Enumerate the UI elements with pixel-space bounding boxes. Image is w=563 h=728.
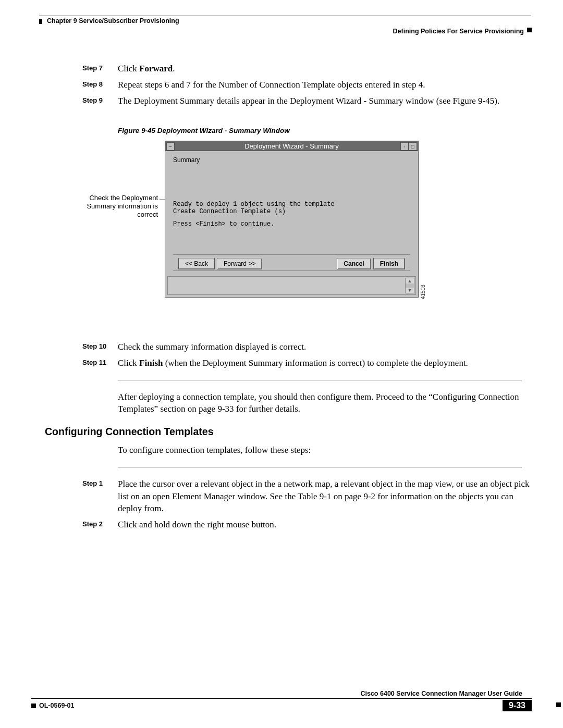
step-text: Click Finish (when the Deployment Summar… (118, 357, 531, 369)
header-bar-left (39, 19, 42, 24)
section-intro: To configure connection templates, follo… (118, 444, 522, 456)
step-text: Place the cursor over a relevant object … (118, 478, 531, 515)
footer-square-left (31, 704, 36, 708)
msg-line: Ready to deploy 1 object using the templ… (173, 201, 410, 208)
msg-line: Press <Finish> to continue. (173, 221, 410, 228)
step-text: The Deployment Summary details appear in… (118, 95, 531, 107)
callout-leader-line (160, 200, 165, 200)
footer-doc-id: OL-0569-01 (39, 702, 74, 709)
step-9-row: Step 9 The Deployment Summary details ap… (82, 95, 531, 107)
header-chapter: Chapter 9 Service/Subscriber Provisionin… (47, 17, 179, 24)
footer-square-right (556, 702, 561, 707)
minimize-icon[interactable]: ▫ (400, 142, 409, 151)
scrollbar[interactable]: ▲ ▼ (405, 278, 414, 293)
msg-line: Create Connection Template (s) (173, 208, 410, 216)
step-8-row: Step 8 Repeat steps 6 and 7 for the Numb… (82, 79, 531, 91)
step-label: Step 9 (82, 95, 118, 107)
step-label: Step 8 (82, 79, 118, 91)
step-label: Step 1 (82, 478, 118, 515)
step-text: Click Forward. (118, 63, 531, 75)
summary-label: Summary (173, 156, 410, 164)
step-text: Check the summary information displayed … (118, 341, 531, 353)
window-titlebar: − Deployment Wizard - Summary ▫ ▢ (165, 141, 418, 151)
window-title: Deployment Wizard - Summary (244, 142, 339, 150)
figure-id: 41503 (420, 285, 426, 300)
maximize-icon[interactable]: ▢ (409, 142, 417, 151)
scroll-down-icon[interactable]: ▼ (406, 288, 414, 293)
header-rule (39, 16, 531, 16)
step-10-row: Step 10 Check the summary information di… (82, 341, 531, 353)
step-2-row: Step 2 Click and hold down the right mou… (82, 519, 531, 531)
scroll-up-icon[interactable]: ▲ (406, 278, 414, 283)
footer-guide-title: Cisco 6400 Service Connection Manager Us… (31, 690, 532, 697)
system-menu-icon[interactable]: − (166, 142, 175, 151)
divider (118, 380, 522, 380)
finish-button[interactable]: Finish (373, 258, 405, 269)
figure-callout: Check the Deployment Summary information… (85, 194, 158, 218)
header-square-right (527, 28, 532, 32)
forward-button[interactable]: Forward >> (217, 258, 262, 269)
header-section: Defining Policies For Service Provisioni… (393, 28, 524, 35)
step-1-row: Step 1 Place the cursor over a relevant … (82, 478, 531, 515)
footer-rule (31, 698, 532, 699)
deployment-wizard-window: − Deployment Wizard - Summary ▫ ▢ Summar… (165, 141, 419, 298)
footer: Cisco 6400 Service Connection Manager Us… (31, 690, 532, 711)
cancel-button[interactable]: Cancel (337, 258, 371, 269)
figure-9-45: Check the Deployment Summary information… (118, 141, 423, 317)
step-label: Step 2 (82, 519, 118, 531)
section-heading: Configuring Connection Templates (45, 426, 214, 438)
page-number: 9-33 (503, 700, 532, 711)
divider (118, 467, 522, 467)
figure-caption: Figure 9-45 Deployment Wizard - Summary … (118, 127, 531, 134)
step-label: Step 10 (82, 341, 118, 353)
back-button[interactable]: << Back (178, 258, 215, 269)
step-11-row: Step 11 Click Finish (when the Deploymen… (82, 357, 531, 369)
step-label: Step 11 (82, 357, 118, 369)
status-bar: ▲ ▼ (167, 276, 416, 295)
post-paragraph: After deploying a connection template, y… (118, 391, 522, 416)
step-7-row: Step 7 Click Forward. (82, 63, 531, 75)
summary-message: Ready to deploy 1 object using the templ… (173, 201, 410, 228)
step-text: Click and hold down the right mouse butt… (118, 519, 531, 531)
step-text: Repeat steps 6 and 7 for the Number of C… (118, 79, 531, 91)
step-label: Step 7 (82, 63, 118, 75)
